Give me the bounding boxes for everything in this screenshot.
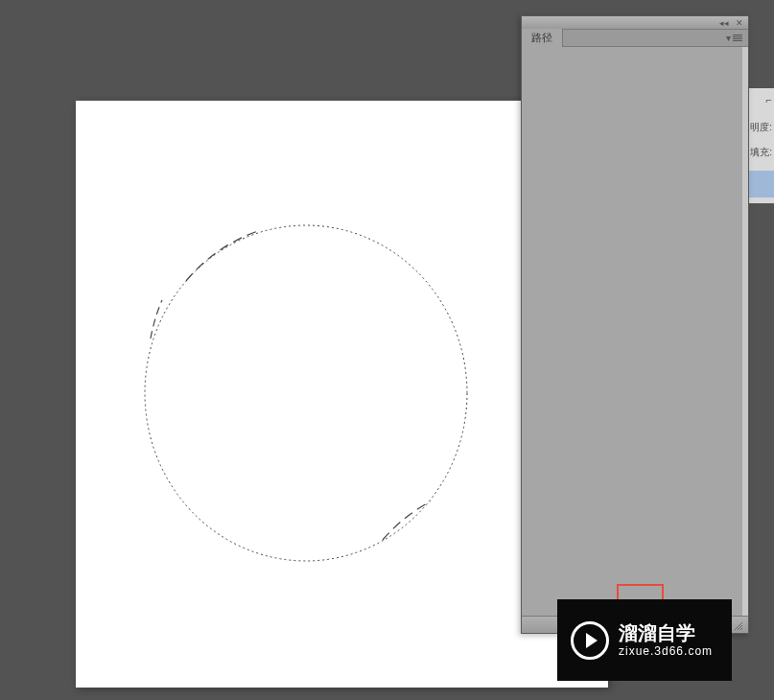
watermark-sub-text: zixue.3d66.com: [619, 644, 713, 658]
svg-point-0: [145, 225, 467, 561]
dropdown-arrow-icon: ▾: [726, 33, 731, 43]
selection-marquee-circle: [143, 223, 469, 564]
play-icon: [571, 621, 609, 660]
opacity-label: 明度:: [750, 121, 772, 134]
resize-grip-icon[interactable]: [733, 620, 742, 630]
selected-layer-highlight: [745, 171, 774, 198]
fill-label: 填充:: [750, 146, 772, 159]
close-icon[interactable]: ✕: [735, 18, 744, 28]
collapse-icon[interactable]: ◂◂: [719, 18, 729, 28]
panel-menu-button[interactable]: ▾: [726, 33, 742, 43]
panel-titlebar[interactable]: ◂◂ ✕: [522, 16, 748, 30]
tab-paths[interactable]: 路径: [522, 29, 563, 47]
crop-icon: ⌐: [766, 94, 772, 105]
menu-icon: [733, 35, 742, 41]
paths-list[interactable]: [522, 47, 748, 616]
watermark-main-text: 溜溜自学: [619, 621, 713, 644]
layer-icons: ⌐: [766, 94, 772, 105]
panel-tab-bar: 路径 ▾: [522, 30, 748, 47]
watermark-logo: 溜溜自学 zixue.3d66.com: [557, 599, 732, 681]
paths-panel: ◂◂ ✕ 路径 ▾: [521, 15, 749, 634]
watermark-text: 溜溜自学 zixue.3d66.com: [619, 621, 713, 658]
